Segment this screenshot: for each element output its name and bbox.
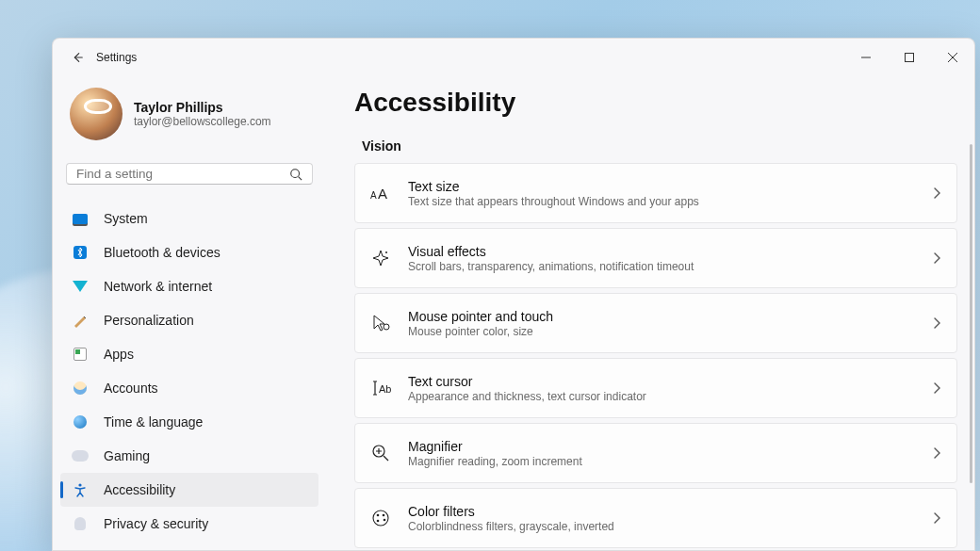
sidebar-item-label: System: [104, 211, 148, 226]
sidebar-item-label: Time & language: [104, 414, 203, 429]
card-subtitle: Magnifier reading, zoom increment: [408, 455, 932, 468]
time-language-icon: [72, 413, 89, 430]
card-title: Color filters: [408, 504, 932, 519]
card-title: Text cursor: [408, 374, 932, 389]
scrollbar[interactable]: [970, 144, 972, 483]
card-magnifier[interactable]: Magnifier Magnifier reading, zoom increm…: [354, 423, 957, 483]
card-title: Mouse pointer and touch: [408, 309, 932, 324]
accounts-icon: [72, 380, 89, 397]
sidebar-item-label: Bluetooth & devices: [104, 245, 220, 260]
sidebar-item-label: Accessibility: [104, 482, 175, 497]
visual-effects-icon: [370, 248, 391, 268]
accessibility-icon: [72, 481, 89, 498]
mouse-pointer-icon: [370, 313, 391, 333]
chevron-right-icon: [932, 251, 941, 265]
svg-text:A: A: [378, 186, 387, 202]
svg-point-3: [78, 483, 81, 486]
card-subtitle: Colorblindness filters, grayscale, inver…: [408, 520, 932, 533]
svg-point-10: [373, 510, 388, 526]
privacy-icon: [72, 515, 89, 532]
search-box[interactable]: [66, 163, 313, 185]
color-filters-icon: [370, 508, 391, 528]
minimize-icon: [861, 53, 871, 62]
sidebar-item-network[interactable]: Network & internet: [60, 269, 318, 303]
svg-text:A: A: [370, 190, 377, 201]
chevron-right-icon: [932, 446, 941, 460]
magnifier-icon: [370, 443, 391, 463]
card-title: Magnifier: [408, 439, 932, 454]
sidebar-item-label: Personalization: [104, 313, 194, 328]
back-button[interactable]: [68, 51, 87, 64]
sidebar-item-accounts[interactable]: Accounts: [60, 371, 318, 405]
card-subtitle: Mouse pointer color, size: [408, 325, 932, 338]
close-button[interactable]: [931, 39, 974, 76]
chevron-right-icon: [932, 511, 941, 525]
minimize-button[interactable]: [844, 39, 888, 76]
nav-list: System Bluetooth & devices Network & int…: [60, 202, 318, 541]
section-title: Vision: [362, 138, 957, 154]
sidebar-item-accessibility[interactable]: Accessibility: [60, 473, 318, 507]
svg-point-7: [384, 324, 389, 330]
maximize-button[interactable]: [888, 39, 931, 76]
titlebar: Settings: [53, 39, 974, 76]
sidebar-item-label: Apps: [104, 347, 134, 362]
network-icon: [72, 278, 89, 295]
avatar: [70, 88, 122, 140]
chevron-right-icon: [932, 381, 941, 395]
search-icon: [289, 168, 302, 181]
card-title: Text size: [408, 179, 932, 194]
sidebar-item-bluetooth[interactable]: Bluetooth & devices: [60, 235, 318, 269]
card-subtitle: Scroll bars, transparency, animations, n…: [408, 260, 932, 273]
arrow-left-icon: [71, 51, 84, 64]
text-cursor-icon: Ab: [370, 378, 391, 398]
card-subtitle: Appearance and thickness, text cursor in…: [408, 390, 932, 403]
chevron-right-icon: [932, 186, 941, 200]
main-content: Accessibility Vision AA Text size Text s…: [326, 76, 974, 550]
svg-point-11: [377, 514, 380, 517]
card-text-size[interactable]: AA Text size Text size that appears thro…: [354, 163, 957, 223]
card-mouse-pointer[interactable]: Mouse pointer and touch Mouse pointer co…: [354, 293, 957, 353]
card-visual-effects[interactable]: Visual effects Scroll bars, transparency…: [354, 228, 957, 288]
sidebar-item-label: Privacy & security: [104, 516, 208, 531]
profile-block[interactable]: Taylor Phillips taylor@bellowscollege.co…: [60, 76, 318, 157]
maximize-icon: [905, 53, 914, 62]
sidebar: Taylor Phillips taylor@bellowscollege.co…: [53, 76, 326, 550]
text-size-icon: AA: [370, 183, 391, 203]
svg-text:Ab: Ab: [379, 383, 391, 395]
sidebar-item-label: Gaming: [104, 448, 150, 463]
sidebar-item-privacy[interactable]: Privacy & security: [60, 507, 318, 541]
svg-rect-0: [906, 54, 914, 62]
sidebar-item-gaming[interactable]: Gaming: [60, 439, 318, 473]
sidebar-item-system[interactable]: System: [60, 202, 318, 235]
card-text-cursor[interactable]: Ab Text cursor Appearance and thickness,…: [354, 358, 957, 418]
close-icon: [948, 53, 957, 62]
apps-icon: [72, 346, 89, 363]
settings-window: Settings Taylor Phillips taylor@bellowsc…: [52, 38, 975, 551]
search-input[interactable]: [76, 167, 269, 181]
svg-point-14: [377, 520, 380, 523]
sidebar-item-label: Accounts: [104, 381, 158, 396]
svg-point-12: [383, 514, 385, 517]
card-title: Visual effects: [408, 244, 932, 259]
page-title: Accessibility: [354, 88, 957, 118]
chevron-right-icon: [932, 316, 941, 330]
profile-email: taylor@bellowscollege.com: [134, 115, 271, 128]
system-icon: [72, 210, 89, 227]
gaming-icon: [72, 447, 89, 464]
profile-name: Taylor Phillips: [134, 100, 271, 115]
bluetooth-icon: [72, 244, 89, 261]
sidebar-item-time[interactable]: Time & language: [60, 405, 318, 439]
svg-point-13: [384, 519, 386, 522]
sidebar-item-apps[interactable]: Apps: [60, 337, 318, 371]
sidebar-item-label: Network & internet: [104, 279, 212, 294]
svg-point-1: [291, 169, 300, 177]
sidebar-item-personalization[interactable]: Personalization: [60, 303, 318, 337]
personalization-icon: [72, 312, 89, 329]
svg-point-6: [385, 251, 387, 253]
window-title: Settings: [96, 51, 137, 64]
card-subtitle: Text size that appears throughout Window…: [408, 195, 932, 208]
card-color-filters[interactable]: Color filters Colorblindness filters, gr…: [354, 488, 957, 548]
